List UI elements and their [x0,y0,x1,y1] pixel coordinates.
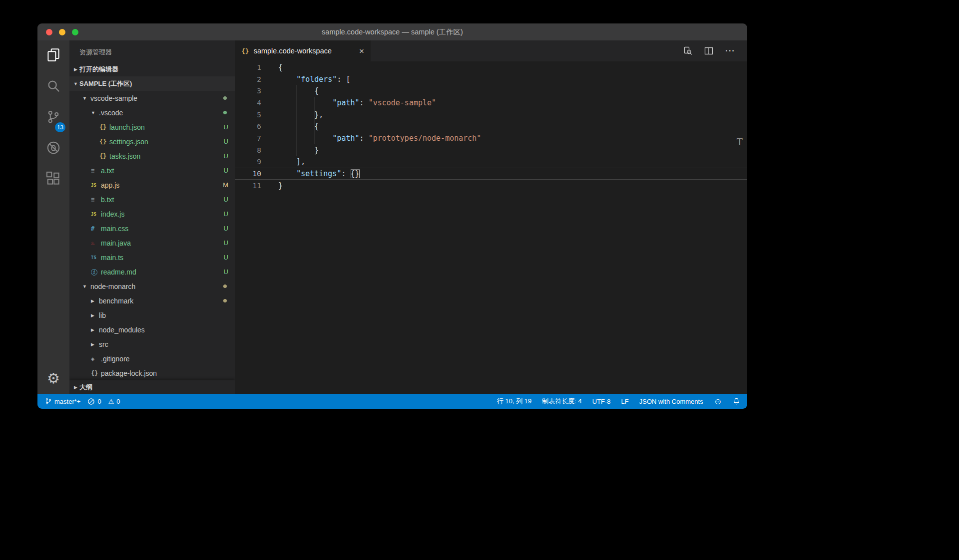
zoom-window-button[interactable] [72,29,78,35]
chevron-right-icon: ▶ [72,385,79,390]
line-number: 7 [235,134,261,142]
tree-item-node_modules[interactable]: ▶node_modules [69,322,235,337]
tree-item-readme.md[interactable]: ireadme.mdU [69,265,235,279]
more-actions-icon[interactable]: ··· [725,46,735,56]
tree-item-label: app.js [101,181,119,189]
search-icon [46,78,61,95]
chevron-right-icon: ▶ [91,342,98,347]
git-status-badge: U [224,152,228,160]
split-editor-icon[interactable] [704,46,713,55]
tree-item-label: vscode-sample [90,94,137,102]
tree-item-vscode-sample[interactable]: ▼vscode-sample [69,91,235,105]
java-file-icon: ♨ [91,240,100,247]
eol-setting[interactable]: LF [621,398,629,405]
outline-label: 大纲 [79,383,92,392]
code-editor[interactable]: 1{2 "folders": [3 {4 "path": "vscode-sam… [235,61,747,394]
activity-bar-debug[interactable] [37,133,69,164]
git-branch-icon [45,397,52,405]
feedback-smiley-icon[interactable]: ☺ [714,397,722,406]
tree-item-settings.json[interactable]: {}settings.jsonU [69,134,235,149]
encoding-setting[interactable]: UTF-8 [592,398,611,405]
line-content: "folders": [ [278,75,351,84]
open-editors-section[interactable]: ▶ 打开的编辑器 [69,62,235,76]
tab-label: sample.code-workspace [254,47,355,55]
line-content: { [278,122,319,131]
tree-item-main.ts[interactable]: TSmain.tsU [69,250,235,265]
manage-button[interactable]: ⚙ [37,363,69,394]
debug-icon [46,140,61,157]
titlebar[interactable]: sample.code-workspace — sample (工作区) [37,23,747,40]
code-line: 11} [235,180,747,192]
tree-item-node-monarch[interactable]: ▼node-monarch [69,279,235,293]
cursor-position[interactable]: 行 10, 列 19 [497,397,531,406]
gear-icon: ⚙ [47,370,60,387]
line-number: 6 [235,122,261,130]
tab-sample-code-workspace[interactable]: {} sample.code-workspace × [235,40,371,61]
line-number: 9 [235,158,261,166]
tree-item-benchmark[interactable]: ▶benchmark [69,293,235,308]
tree-item-.gitignore[interactable]: ◈.gitignore [69,351,235,366]
ts-file-icon: TS [91,255,100,260]
warnings-status[interactable]: ⚠ 0 [108,398,120,405]
tree-item-.vscode[interactable]: ▼.vscode [69,105,235,120]
minimize-window-button[interactable] [59,29,65,35]
git-status-badge: U [224,210,228,218]
chevron-right-icon: ▶ [91,327,98,332]
line-content: { [278,63,283,72]
branch-name: master*+ [54,398,80,405]
tree-item-label: b.txt [101,196,114,204]
code-line: 9 ], [235,156,747,168]
tree-item-package-lock.json[interactable]: {}package-lock.json [69,366,235,380]
tree-item-lib[interactable]: ▶lib [69,308,235,322]
tree-item-label: package-lock.json [101,369,157,377]
chevron-right-icon: ▶ [72,67,79,72]
window-title: sample.code-workspace — sample (工作区) [37,27,747,37]
overview-ruler-text: T [737,136,743,148]
warning-count: 0 [116,398,120,405]
status-bar: master*+ 0 ⚠ 0 行 10, 列 19 制表符长度: 4 UTF-8… [37,394,747,409]
git-status-badge: M [223,181,228,189]
activity-bar-explorer[interactable] [37,40,69,71]
tree-item-index.js[interactable]: JSindex.jsU [69,207,235,221]
tree-item-label: main.css [101,225,128,233]
tree-item-app.js[interactable]: JSapp.jsM [69,178,235,192]
workspace-section[interactable]: ▼ SAMPLE (工作区) [69,76,235,91]
activity-bar-extensions[interactable] [37,164,69,195]
open-changes-icon[interactable] [683,46,692,55]
tree-item-main.css[interactable]: #main.cssU [69,221,235,236]
line-content: } [278,181,283,190]
activity-bar-source-control[interactable]: 13 [37,102,69,133]
error-icon [87,398,95,405]
json-icon: {} [241,47,249,55]
notifications-bell-icon[interactable] [733,397,740,405]
close-window-button[interactable] [46,29,52,35]
line-number: 2 [235,75,261,83]
activity-bar-search[interactable] [37,71,69,102]
close-tab-icon[interactable]: × [359,47,364,55]
window-controls [46,29,78,35]
chevron-down-icon: ▼ [72,81,79,86]
code-line: 4 "path": "vscode-sample" [235,97,747,109]
git-branch-status[interactable]: master*+ [45,397,80,405]
tree-item-main.java[interactable]: ♨main.javaU [69,236,235,250]
status-bar-left: master*+ 0 ⚠ 0 [45,397,120,405]
outline-section[interactable]: ▶ 大纲 [69,380,235,394]
tree-item-tasks.json[interactable]: {}tasks.jsonU [69,149,235,163]
git-status-badge: U [224,138,228,145]
tree-item-b.txt[interactable]: ≡b.txtU [69,192,235,207]
tree-item-launch.json[interactable]: {}launch.jsonU [69,120,235,134]
tree-item-label: .vscode [99,109,123,117]
language-mode[interactable]: JSON with Comments [639,398,703,405]
line-number: 4 [235,99,261,107]
git-file-icon: ◈ [91,355,100,362]
errors-status[interactable]: 0 [87,398,101,405]
tree-item-label: benchmark [99,297,133,305]
tree-item-src[interactable]: ▶src [69,337,235,351]
indentation-setting[interactable]: 制表符长度: 4 [542,397,581,406]
files-icon [46,47,61,64]
activity-bar: 13 [37,40,69,394]
open-editors-label: 打开的编辑器 [79,65,118,74]
editor-area: {} sample.code-workspace × [235,40,747,394]
tree-item-a.txt[interactable]: ≡a.txtU [69,163,235,178]
text-file-icon: ≡ [91,167,100,174]
